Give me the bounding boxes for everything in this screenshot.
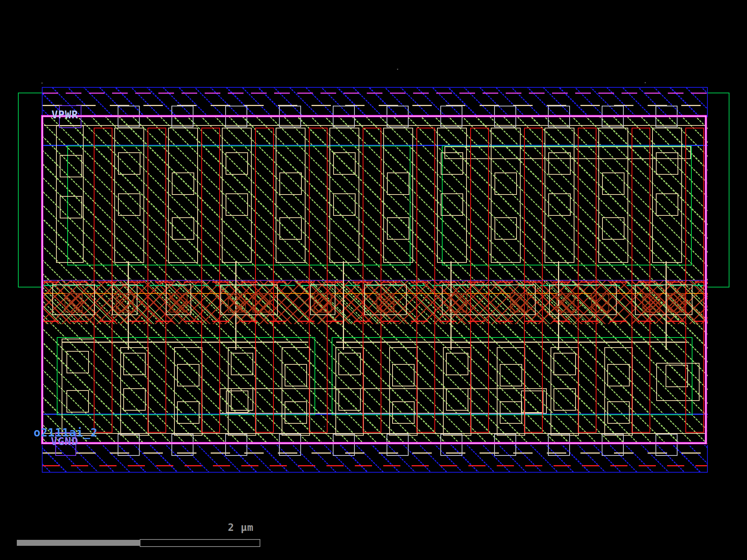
nwell-outline-top-left-stub [18,93,43,93]
nwell-outline-left [18,93,19,287]
vgnd-well-dash [43,465,707,466]
nwell-outline-bottom-right-stub [706,287,729,287]
nwell-outline-right [729,93,729,287]
scale-bar-filled [17,540,140,546]
scale-bar-outline [140,539,260,547]
grid-dot [324,426,325,427]
grid-dot [397,69,398,70]
grid-dot [645,82,646,83]
vgnd-label: VGND [51,435,78,448]
vpwr-label: VPWR [52,109,78,121]
grid-dot [41,83,43,84]
cell-boundary [41,115,707,444]
nwell-outline-bottom-left-stub [18,287,44,287]
scale-bar-label: 2 µm [228,522,254,533]
vpwr-pin-dash [43,93,707,94]
layout-canvas[interactable]: VPWR o2111ai_2 VGND 2 µm [0,0,747,560]
nwell-outline-top-right-stub [707,93,729,93]
